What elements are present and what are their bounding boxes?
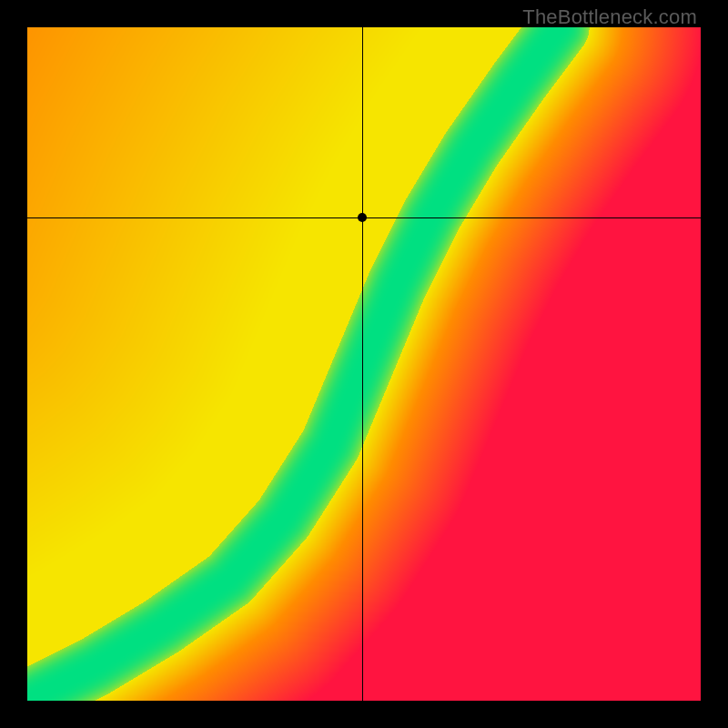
- crosshair-vertical: [362, 27, 363, 701]
- marker-dot: [358, 213, 367, 222]
- chart-frame: TheBottleneck.com: [0, 0, 728, 728]
- plot-area: [27, 27, 701, 701]
- watermark-label: TheBottleneck.com: [522, 5, 697, 29]
- heatmap-canvas: [27, 27, 701, 701]
